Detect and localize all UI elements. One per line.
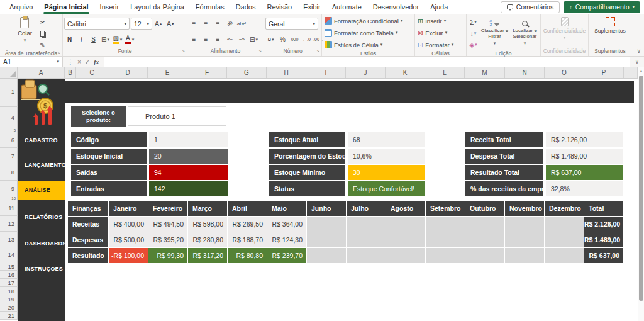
- cancel-icon[interactable]: ×: [77, 59, 81, 65]
- info-label-estoque-minimo[interactable]: Estoque Mínimo: [269, 165, 345, 180]
- column-header-A[interactable]: A: [18, 67, 65, 78]
- sort-filter-button[interactable]: AZ Classificar e Filtrar▾: [480, 16, 509, 46]
- info-label-receita-total[interactable]: Receita Total: [465, 132, 543, 147]
- column-header-B[interactable]: B: [65, 67, 76, 78]
- align-right-button[interactable]: ≡: [213, 35, 223, 45]
- info-value-estoque-inicial[interactable]: 20: [149, 149, 228, 164]
- finance-cell[interactable]: R$ 500,00: [109, 232, 148, 247]
- finance-cell[interactable]: [465, 248, 504, 263]
- finance-cell[interactable]: R$ 280,80: [188, 232, 227, 247]
- info-label-status[interactable]: Status: [269, 181, 345, 196]
- fill-color-button[interactable]: ▨▾: [112, 35, 123, 45]
- finance-cell[interactable]: [386, 248, 425, 263]
- finance-cell[interactable]: [386, 217, 425, 232]
- info-value-porcentagem-do-estoque[interactable]: 10,6%: [348, 149, 425, 164]
- collapse-ribbon-icon[interactable]: ∨: [636, 48, 641, 54]
- finance-cell[interactable]: R$ 395,20: [148, 232, 187, 247]
- finance-cell[interactable]: [347, 232, 386, 247]
- sidebar-item-analise[interactable]: ANÁLISE: [18, 181, 65, 200]
- conditional-formatting-button[interactable]: Formatação Condicional▾: [323, 16, 404, 26]
- finance-cell[interactable]: R$ 124,30: [267, 232, 306, 247]
- column-header-P[interactable]: P: [584, 67, 624, 78]
- font-size-select[interactable]: 12▾: [131, 18, 152, 30]
- menu-tab-ajuda[interactable]: Ajuda: [425, 0, 453, 14]
- menu-tab-automate[interactable]: Automate: [326, 0, 367, 14]
- row-header-15[interactable]: 15: [0, 262, 18, 271]
- finance-total-receitas[interactable]: R$ 2.126,00: [584, 217, 623, 232]
- menu-tab-inserir[interactable]: Inserir: [94, 0, 125, 14]
- finance-cell[interactable]: [505, 248, 544, 263]
- format-cells-button[interactable]: ⊡Formatar▾: [416, 40, 455, 50]
- finance-cell[interactable]: [505, 232, 544, 247]
- info-value-despesa-total[interactable]: R$ 1.489,00: [546, 149, 623, 164]
- finance-header-outubro[interactable]: Outubro: [465, 201, 504, 216]
- finance-cell[interactable]: [426, 248, 465, 263]
- align-top-button[interactable]: ≡: [189, 19, 199, 29]
- column-header-K[interactable]: K: [386, 67, 425, 78]
- info-value-estoque-atual[interactable]: 68: [348, 132, 425, 147]
- format-painter-button[interactable]: ✎: [37, 40, 48, 50]
- row-header-6[interactable]: 6: [0, 132, 18, 148]
- column-header-J[interactable]: J: [346, 67, 386, 78]
- column-header-L[interactable]: L: [425, 67, 465, 78]
- finance-cell[interactable]: R$ 239,70: [267, 248, 306, 263]
- finance-header-maio[interactable]: Maio: [267, 201, 306, 216]
- cut-button[interactable]: ✂: [37, 17, 48, 27]
- shrink-font-button[interactable]: A▼: [165, 19, 176, 29]
- finance-cell[interactable]: [505, 217, 544, 232]
- column-header-E[interactable]: E: [148, 67, 187, 78]
- insert-function-button[interactable]: fx: [94, 59, 99, 65]
- finance-cell[interactable]: -R$ 100,00: [109, 248, 148, 263]
- finance-cell[interactable]: [426, 217, 465, 232]
- finance-header-marco[interactable]: Março: [188, 201, 227, 216]
- info-label-porcentagem-do-estoque[interactable]: Porcentagem do Estoque: [269, 149, 345, 164]
- menu-tab-revisao[interactable]: Revisão: [261, 0, 297, 14]
- finance-cell[interactable]: R$ 364,00: [267, 217, 306, 232]
- paste-button[interactable]: Colar ▾: [14, 16, 35, 44]
- formula-input[interactable]: [104, 57, 630, 67]
- row-header-19[interactable]: 19: [0, 295, 18, 303]
- row-header-9[interactable]: 9: [0, 181, 18, 196]
- row-header-13[interactable]: 13: [0, 232, 18, 247]
- align-left-button[interactable]: ≡: [189, 35, 199, 45]
- column-header-D[interactable]: D: [108, 67, 148, 78]
- info-label-resultado-total[interactable]: Resultado Total: [465, 165, 543, 180]
- format-as-table-button[interactable]: Formatar como Tabela▾: [323, 28, 399, 38]
- share-button[interactable]: ↑ Compartilhamento ▾: [564, 1, 640, 13]
- row-header-17[interactable]: 17: [0, 279, 18, 287]
- info-value-das-receitas-da-empresa[interactable]: 32,8%: [546, 181, 623, 196]
- finance-header-financas[interactable]: Finanças: [68, 201, 108, 216]
- info-value-resultado-total[interactable]: R$ 637,00: [546, 165, 623, 180]
- increase-indent-button[interactable]: ≡»: [236, 35, 247, 45]
- column-header-H[interactable]: H: [267, 67, 306, 78]
- finance-header-agosto[interactable]: Agosto: [386, 201, 425, 216]
- row-header-11[interactable]: 11: [0, 200, 18, 216]
- column-header-G[interactable]: G: [227, 67, 267, 78]
- insert-cells-button[interactable]: ⊞Inserir▾: [416, 16, 447, 26]
- finance-cell[interactable]: [545, 232, 584, 247]
- row-header-20[interactable]: 20: [0, 303, 18, 312]
- dialog-launcher-icon[interactable]: ↘: [258, 47, 262, 55]
- column-header-F[interactable]: F: [187, 67, 227, 78]
- info-label-das-receitas-da-empresa[interactable]: % das receitas da empresa: [465, 181, 543, 196]
- underline-button[interactable]: S: [88, 35, 99, 45]
- finance-header-setembro[interactable]: Setembro: [426, 201, 465, 216]
- finance-cell[interactable]: R$ 269,50: [228, 217, 267, 232]
- sensitivity-button[interactable]: Confidencialidade ▾: [540, 16, 589, 42]
- product-selector-dropdown[interactable]: Produto 1: [128, 106, 226, 126]
- cell-styles-button[interactable]: Estilos de Célula▾: [323, 40, 384, 50]
- column-header-N[interactable]: N: [505, 67, 545, 78]
- info-label-estoque-atual[interactable]: Estoque Atual: [269, 132, 345, 147]
- finance-cell[interactable]: [307, 217, 346, 232]
- finance-cell[interactable]: [386, 232, 425, 247]
- align-middle-button[interactable]: ≡: [201, 19, 211, 29]
- italic-button[interactable]: I: [76, 35, 87, 45]
- comma-style-button[interactable]: 000: [289, 35, 300, 45]
- info-label-saidas[interactable]: Saídas: [71, 165, 147, 180]
- menu-tab-desenvolvedor[interactable]: Desenvolvedor: [367, 0, 425, 14]
- row-header-8[interactable]: 8: [0, 164, 18, 181]
- finance-cell[interactable]: R$ 400,00: [109, 217, 148, 232]
- comments-button[interactable]: Comentários: [501, 1, 560, 13]
- finance-cell[interactable]: [347, 217, 386, 232]
- finance-header-total[interactable]: Total: [584, 201, 623, 216]
